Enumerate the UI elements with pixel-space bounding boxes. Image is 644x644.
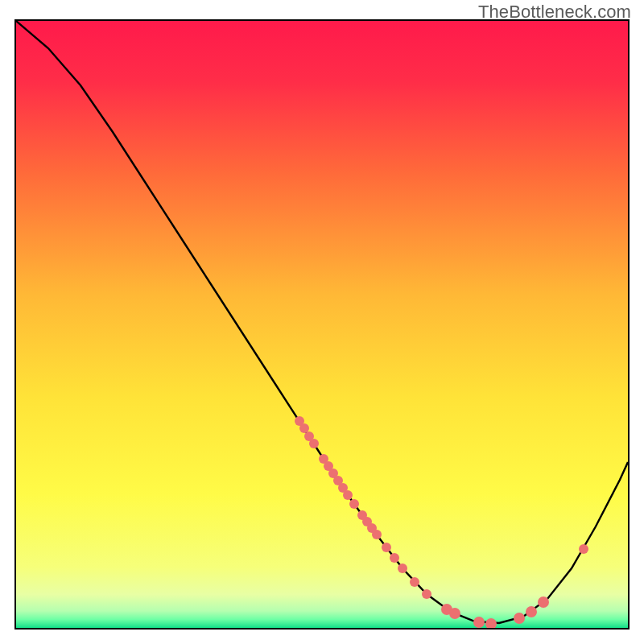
plot-svg — [16, 21, 628, 628]
bottleneck-chart: TheBottleneck.com — [0, 0, 644, 644]
data-point — [449, 608, 460, 619]
background-gradient — [16, 21, 628, 628]
data-point — [349, 499, 359, 509]
data-point — [372, 530, 382, 539]
data-point — [398, 564, 407, 573]
data-point — [382, 543, 391, 552]
data-point — [343, 490, 353, 500]
data-point — [538, 597, 549, 608]
data-point — [579, 544, 588, 554]
data-point — [526, 606, 537, 617]
data-point — [390, 553, 399, 563]
data-point — [299, 423, 309, 433]
data-point — [473, 617, 485, 628]
plot-area — [14, 19, 630, 630]
data-point — [309, 439, 319, 448]
data-point — [410, 577, 419, 587]
data-point — [422, 589, 431, 599]
data-point — [514, 613, 525, 624]
